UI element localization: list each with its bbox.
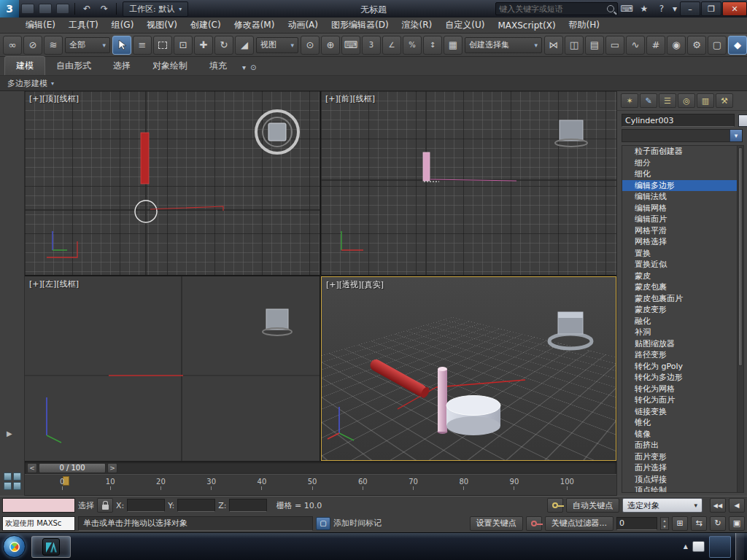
ribbon-tab[interactable]: 填充 [198,57,238,75]
modifier-item[interactable]: 转化为多边形 [622,372,743,384]
menu-item[interactable]: 帮助(H) [562,17,606,34]
modifier-item[interactable]: 编辑面片 [622,214,743,225]
modifier-item[interactable]: 贴图缩放器 [622,338,743,350]
help-icon[interactable]: ? [654,1,670,16]
add-time-tag-label[interactable]: 添加时间标记 [333,518,382,529]
ribbon-tab[interactable]: 选择 [102,57,142,75]
goto-start-button[interactable]: ◀◀ [710,498,726,513]
zoom-extents-button[interactable]: ⊞ [672,516,688,531]
selection-filter-dropdown[interactable]: 选定对象▾ [622,498,703,513]
select-and-move-button[interactable]: ✚ [194,36,213,55]
search-icon[interactable] [607,5,614,12]
select-and-rotate-button[interactable]: ↻ [214,36,233,55]
modifier-item[interactable]: 转化为网格 [622,384,743,395]
scrollbar-thumb[interactable] [738,147,743,366]
modifier-item[interactable]: 编辑法线 [622,191,743,203]
time-slider-next-button[interactable]: > [107,463,117,473]
tray-expand-icon[interactable]: ▲ [684,543,688,550]
modifier-item[interactable]: 面挤出 [622,440,743,451]
edit-named-selection-sets-button[interactable]: ▦ [444,36,462,55]
modifier-item[interactable]: 顶点焊接 [622,474,743,486]
viewport-perspective[interactable]: [+][透视][真实] [321,276,616,461]
select-by-name-button[interactable]: ≡ [133,36,152,55]
x-coordinate-field[interactable] [127,499,165,512]
motion-tab-icon[interactable]: ◎ [678,93,695,108]
key-filters-key-button[interactable] [526,516,542,531]
expand-panel-icon[interactable]: ▶ [7,429,12,438]
menu-item[interactable]: MAXScript(X) [491,18,562,33]
save-file-icon[interactable] [56,4,69,14]
ribbon-flyout-icon[interactable]: ▾ [242,63,246,71]
modifier-item[interactable]: 面片选择 [622,462,743,474]
undo-icon[interactable]: ↶ [79,1,95,16]
workspace-dropdown[interactable]: 工作区: 默认 ▾ [123,1,188,17]
redo-icon[interactable]: ↷ [96,1,112,16]
modifier-item[interactable]: 细分 [622,158,743,169]
box-object[interactable] [560,120,583,141]
menu-item[interactable]: 动画(A) [281,17,325,34]
red-cylinder-object[interactable] [141,133,149,184]
viewport-top[interactable]: [+][顶][线框] [25,91,320,275]
previous-frame-button[interactable]: ◀ [729,498,745,513]
box-object[interactable] [268,123,286,141]
search-input[interactable] [499,4,605,14]
create-tab-icon[interactable]: ✶ [621,93,638,108]
hierarchy-tab-icon[interactable]: ☰ [659,93,676,108]
select-object-button[interactable] [112,36,131,55]
modifier-item[interactable]: 融化 [622,316,743,327]
object-color-swatch[interactable] [738,114,747,127]
reference-coordinate-dropdown[interactable]: 视图▾ [256,37,298,53]
keyboard-override-toggle[interactable]: ⌨ [341,36,360,55]
key-filters-button[interactable]: 关键点过滤器... [545,516,614,531]
maximize-button[interactable]: ❐ [701,1,721,16]
orbit-view-button[interactable]: ↻ [710,516,726,531]
tray-icon[interactable] [692,541,705,552]
chevron-down-icon[interactable]: ▾ [671,1,678,16]
red-cylinder-object[interactable] [368,357,431,399]
menu-item[interactable]: 视图(V) [140,17,184,34]
minimize-button[interactable]: – [680,1,700,16]
ribbon-toggle-button[interactable]: ▭ [605,36,624,55]
select-and-scale-button[interactable]: ◢ [235,36,254,55]
viewport-left[interactable]: [+][左][线框] [25,276,320,461]
menu-item[interactable]: 创建(C) [184,17,228,34]
ribbon-panel-label[interactable]: 多边形建模 [7,78,47,89]
box-object[interactable] [266,309,288,330]
modifier-item[interactable]: 蒙皮包裹 [622,281,743,293]
maxscript-mini-listener[interactable] [2,498,75,513]
bind-to-space-warp-icon[interactable]: ≋ [44,36,63,55]
modifier-item[interactable]: 转化为 gPoly [622,361,743,373]
start-button[interactable] [3,535,26,558]
auto-key-button[interactable]: 自动关键点 [566,498,619,513]
maximize-viewport-toggle[interactable]: ▣ [729,516,745,531]
selection-filter-dropdown[interactable]: 全部▾ [65,37,110,53]
favorites-star-icon[interactable]: ★ [636,1,652,16]
modifier-item[interactable]: 网格选择 [622,236,743,248]
viewport-front-label[interactable]: [+][前][线框] [325,93,375,104]
modifier-list-dropdown[interactable]: ▾ [622,129,743,142]
frame-spinner[interactable]: ▴ ▾ [660,517,669,530]
sign-in-icon[interactable]: ⌨ [619,1,635,16]
display-tab-icon[interactable]: ▥ [697,93,714,108]
modify-tab-icon[interactable]: ✎ [640,93,657,108]
menu-item[interactable]: 工具(T) [62,17,105,34]
track-bar[interactable]: 0 10 20 [25,474,616,496]
curve-editor-button[interactable]: ∿ [626,36,645,55]
set-key-button[interactable]: 设置关键点 [470,516,523,531]
selection-lock-toggle[interactable] [97,498,113,513]
menu-item[interactable]: 编辑(E) [19,17,62,34]
z-coordinate-field[interactable] [229,499,267,512]
modifier-item[interactable]: 镜像 [622,429,743,440]
modifier-item[interactable]: 锥化 [622,417,743,429]
window-crossing-toggle[interactable]: ⊡ [174,36,193,55]
modifier-list-scrollbar[interactable] [737,146,743,492]
open-file-icon[interactable] [39,4,52,14]
render-button[interactable]: ◆ [728,36,747,55]
layer-manager-button[interactable]: ▤ [585,36,604,55]
app-logo-icon[interactable]: 3 [0,0,19,18]
set-key-mode-button[interactable] [547,498,563,513]
modifier-item[interactable]: 编辑多边形 [622,180,743,192]
render-setup-button[interactable]: ⚙ [687,36,706,55]
modifier-item[interactable]: 顶点绘制 [622,485,743,493]
viewport-front[interactable]: [+][前][线框] [321,91,616,275]
